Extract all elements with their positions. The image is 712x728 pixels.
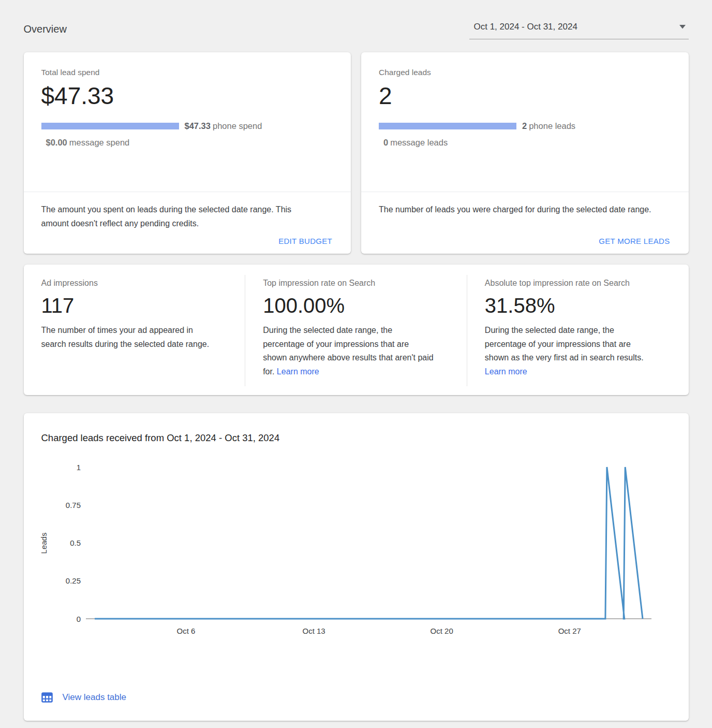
leads-series-line xyxy=(95,467,643,619)
stat-description: During the selected date range, the perc… xyxy=(485,324,656,378)
view-leads-table-label: View leads table xyxy=(63,692,127,703)
message-spend-amount: $0.00 xyxy=(46,138,67,147)
phone-spend-bar xyxy=(41,123,179,129)
stat-top-impression-rate: Top impression rate on Search 100.00% Du… xyxy=(245,265,467,395)
stat-description: During the selected date range, the perc… xyxy=(263,324,434,378)
stat-label: Top impression rate on Search xyxy=(263,278,451,288)
y-axis-tick-label: 0.25 xyxy=(65,576,80,585)
chart-title: Charged leads received from Oct 1, 2024 … xyxy=(24,413,689,444)
total-lead-spend-footer: The amount you spent on leads during the… xyxy=(24,192,351,254)
get-more-leads-button[interactable]: GET MORE LEADS xyxy=(379,237,670,245)
charged-leads-chart-card: Charged leads received from Oct 1, 2024 … xyxy=(24,413,689,721)
phone-spend-text: $47.33phone spend xyxy=(185,121,262,131)
stat-description-text: The number of times your ad appeared in … xyxy=(41,326,210,348)
date-range-value: Oct 1, 2024 - Oct 31, 2024 xyxy=(474,21,577,33)
total-lead-spend-card: Total lead spend $47.33 $47.33phone spen… xyxy=(24,52,351,254)
total-lead-spend-description: The amount you spent on leads during the… xyxy=(41,202,318,230)
phone-leads-row: 2phone leads xyxy=(379,121,671,131)
charged-leads-description: The number of leads you were charged for… xyxy=(379,202,656,216)
learn-more-link[interactable]: Learn more xyxy=(277,367,319,376)
stat-value: 117 xyxy=(41,294,230,317)
message-leads-label: message leads xyxy=(390,138,448,147)
y-axis-title: Leads xyxy=(39,533,48,554)
x-axis-tick-label: Oct 27 xyxy=(558,627,581,635)
stat-value: 31.58% xyxy=(485,294,673,317)
phone-spend-row: $47.33phone spend xyxy=(41,121,334,131)
charged-leads-summary: Charged leads 2 2phone leads 0message le… xyxy=(361,52,689,192)
phone-spend-label: phone spend xyxy=(213,121,262,130)
message-spend-text: $0.00message spend xyxy=(46,138,334,148)
edit-budget-button[interactable]: EDIT BUDGET xyxy=(41,237,333,245)
y-axis-tick-label: 0.75 xyxy=(65,501,80,509)
phone-leads-text: 2phone leads xyxy=(522,121,575,131)
charged-leads-value: 2 xyxy=(379,82,671,110)
stat-value: 100.00% xyxy=(263,294,451,317)
impressions-stats-card: Ad impressions 117 The number of times y… xyxy=(24,265,689,395)
stat-description: The number of times your ad appeared in … xyxy=(41,324,212,351)
overview-page: Overview Oct 1, 2024 - Oct 31, 2024 Tota… xyxy=(24,0,689,721)
message-spend-label: message spend xyxy=(69,138,130,147)
charged-leads-label: Charged leads xyxy=(379,67,671,78)
total-lead-spend-label: Total lead spend xyxy=(41,67,334,78)
lead-cards-row: Total lead spend $47.33 $47.33phone spen… xyxy=(24,52,689,254)
y-axis-tick-label: 0 xyxy=(76,615,80,623)
stat-label: Ad impressions xyxy=(41,278,230,288)
y-axis-tick-label: 0.5 xyxy=(70,538,81,547)
message-leads-text: 0message leads xyxy=(383,138,671,148)
phone-leads-bar xyxy=(379,123,516,129)
phone-spend-amount: $47.33 xyxy=(185,121,211,130)
phone-leads-label: phone leads xyxy=(529,121,575,130)
charged-leads-footer: The number of leads you were charged for… xyxy=(361,192,689,254)
message-leads-count: 0 xyxy=(383,138,388,147)
total-lead-spend-value: $47.33 xyxy=(41,82,334,110)
leads-line-chart: 10.750.50.250Oct 6Oct 13Oct 20Oct 27Lead… xyxy=(24,449,689,667)
date-range-select[interactable]: Oct 1, 2024 - Oct 31, 2024 xyxy=(469,21,689,39)
stat-ad-impressions: Ad impressions 117 The number of times y… xyxy=(24,265,245,395)
total-lead-spend-summary: Total lead spend $47.33 $47.33phone spen… xyxy=(24,52,351,192)
y-axis-tick-label: 1 xyxy=(76,463,80,472)
x-axis-tick-label: Oct 6 xyxy=(176,627,195,635)
x-axis-tick-label: Oct 13 xyxy=(302,627,325,635)
stat-label: Absolute top impression rate on Search xyxy=(485,278,673,288)
table-icon xyxy=(40,691,54,704)
phone-leads-count: 2 xyxy=(522,121,527,130)
stat-description-text: During the selected date range, the perc… xyxy=(485,326,644,362)
topbar: Overview Oct 1, 2024 - Oct 31, 2024 xyxy=(24,23,689,39)
learn-more-link[interactable]: Learn more xyxy=(485,367,527,376)
view-leads-table-button[interactable]: View leads table xyxy=(40,691,127,704)
stat-absolute-top-impression-rate: Absolute top impression rate on Search 3… xyxy=(467,265,689,395)
page-title: Overview xyxy=(24,23,67,35)
chevron-down-icon xyxy=(679,25,686,29)
x-axis-tick-label: Oct 20 xyxy=(430,627,453,635)
charged-leads-card: Charged leads 2 2phone leads 0message le… xyxy=(361,52,689,254)
